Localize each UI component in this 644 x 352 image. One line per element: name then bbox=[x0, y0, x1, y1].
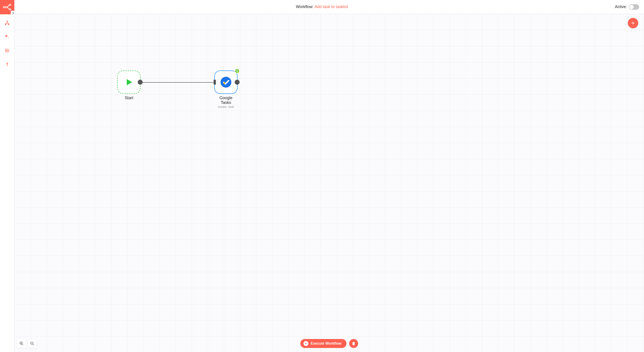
svg-rect-4 bbox=[6, 21, 8, 22]
execute-workflow-button[interactable]: Execute Workflow bbox=[300, 339, 346, 348]
node-google-tasks[interactable]: 1 Google Tasks create: task bbox=[214, 70, 238, 108]
logo[interactable] bbox=[0, 0, 14, 14]
list-check-icon bbox=[5, 48, 10, 53]
zoom-out-button[interactable] bbox=[28, 339, 37, 348]
active-label: Active: bbox=[615, 4, 627, 9]
expand-sidebar-button[interactable] bbox=[11, 11, 16, 16]
svg-point-11 bbox=[224, 82, 225, 84]
sidebar-item-credentials[interactable] bbox=[3, 32, 12, 41]
workflow-name[interactable]: Add task to tasklist bbox=[314, 4, 348, 9]
toggle-knob bbox=[629, 5, 634, 9]
sitemap-icon bbox=[5, 20, 10, 25]
svg-point-9 bbox=[7, 66, 8, 66]
active-toggle[interactable] bbox=[629, 4, 639, 10]
svg-point-10 bbox=[220, 77, 231, 88]
bottom-actions: Execute Workflow bbox=[300, 339, 358, 348]
svg-point-2 bbox=[9, 4, 11, 6]
play-icon bbox=[124, 78, 134, 87]
sidebar-item-help[interactable] bbox=[3, 60, 12, 69]
svg-point-3 bbox=[9, 9, 11, 10]
svg-point-0 bbox=[3, 6, 5, 8]
header: Workflow: Add task to tasklist Active: bbox=[0, 0, 644, 14]
chevron-right-icon bbox=[12, 12, 14, 14]
page-title: Workflow: Add task to tasklist bbox=[296, 4, 348, 9]
plus-icon bbox=[630, 20, 636, 26]
zoom-in-button[interactable] bbox=[17, 339, 26, 348]
svg-rect-6 bbox=[8, 24, 9, 25]
node-label: Start bbox=[125, 96, 133, 100]
zoom-in-icon bbox=[19, 341, 24, 346]
input-port[interactable] bbox=[214, 80, 216, 85]
delete-button[interactable] bbox=[349, 339, 358, 348]
svg-point-8 bbox=[6, 36, 7, 36]
active-toggle-group: Active: bbox=[615, 4, 639, 10]
node-start[interactable]: Start bbox=[117, 70, 140, 100]
svg-rect-5 bbox=[5, 24, 6, 25]
node-label: Google Tasks bbox=[214, 96, 238, 105]
svg-point-1 bbox=[6, 6, 7, 8]
output-port[interactable] bbox=[138, 80, 143, 85]
node-subtitle: create: task bbox=[218, 105, 234, 108]
sidebar-item-executions[interactable] bbox=[3, 46, 12, 55]
google-tasks-icon bbox=[220, 77, 231, 88]
key-icon bbox=[5, 34, 10, 39]
question-icon bbox=[5, 62, 10, 67]
trash-icon bbox=[352, 342, 356, 346]
sidebar-item-workflows[interactable] bbox=[3, 18, 12, 27]
play-circle-icon bbox=[304, 341, 308, 346]
sidebar bbox=[0, 14, 14, 352]
title-prefix: Workflow: bbox=[296, 4, 314, 9]
zoom-out-icon bbox=[30, 341, 34, 346]
status-badge: 1 bbox=[235, 68, 240, 74]
zoom-controls bbox=[17, 339, 37, 348]
svg-rect-14 bbox=[353, 342, 354, 342]
workflow-canvas[interactable]: Start 1 Google Tasks bbox=[14, 14, 644, 352]
n8n-logo-icon bbox=[3, 3, 12, 12]
execute-label: Execute Workflow bbox=[310, 342, 342, 346]
edge-start-to-google-tasks[interactable] bbox=[142, 82, 225, 83]
add-node-button[interactable] bbox=[628, 18, 638, 28]
output-port[interactable] bbox=[235, 80, 240, 85]
